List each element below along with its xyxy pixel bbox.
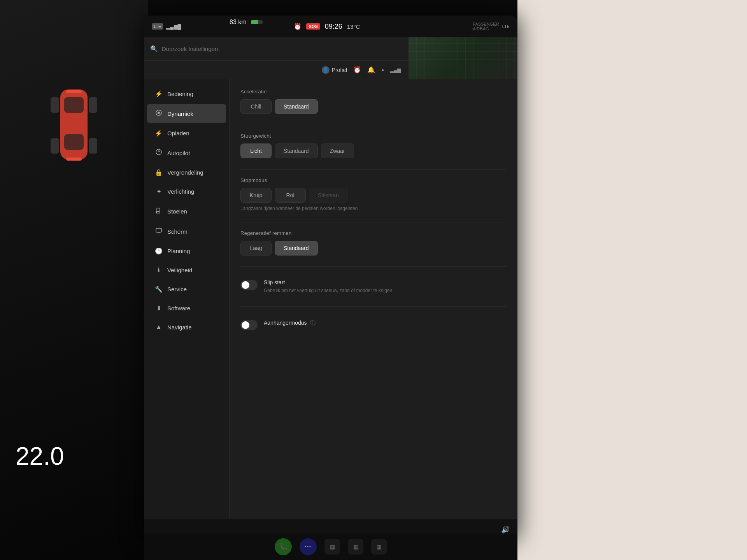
svg-rect-1 [64, 97, 84, 113]
temp-display: 13°C [347, 23, 360, 30]
sidebar-item-opladen[interactable]: ⚡ Opladen [147, 124, 226, 142]
sidebar-item-autopilot[interactable]: Autopilot [147, 143, 226, 163]
svg-rect-13 [157, 212, 160, 213]
sidebar-item-software[interactable]: ⬇ Software [147, 299, 226, 317]
sos-button[interactable]: SOS [306, 23, 320, 30]
stuurgewicht-button-group: Licht Standaard Zwaar [240, 144, 507, 158]
acceleratie-label: Acceleratie [240, 89, 507, 94]
sidebar-label-opladen: Opladen [167, 130, 189, 136]
sidebar-item-planning[interactable]: 🕐 Planning [147, 242, 226, 260]
wifi-icon: ● [381, 67, 384, 73]
sidebar-label-veiligheid: Veiligheid [167, 267, 192, 273]
sidebar-item-veiligheid[interactable]: ℹ Veiligheid [147, 261, 226, 279]
stopmodus-stilstaan-button: Stilstaan [309, 188, 348, 203]
sidebar-item-vergrendeling[interactable]: 🔒 Vergrendeling [147, 163, 226, 182]
stopmodus-button-group: Kruip Rol Stilstaan [240, 188, 507, 203]
acceleratie-button-group: Chill Standaard [240, 99, 507, 114]
planning-icon: 🕐 [155, 247, 163, 255]
search-input[interactable] [162, 46, 402, 52]
svg-rect-6 [89, 138, 97, 154]
regeneratief-button-group: Laag Standaard [240, 241, 507, 256]
divider-5 [240, 306, 507, 307]
stopmodus-hint: Langzaam rijden wanneer de pedalen worde… [240, 206, 507, 211]
taskbar-grid-2[interactable]: ▦ [348, 539, 363, 555]
sidebar-label-autopilot: Autopilot [167, 150, 190, 156]
stuurgewicht-standaard-button[interactable]: Standaard [275, 144, 318, 158]
signal-icon: ▂▄▆ [390, 67, 401, 73]
acceleratie-standaard-button[interactable]: Standaard [275, 99, 318, 114]
regeneratief-standaard-button[interactable]: Standaard [275, 241, 318, 256]
search-icon: 🔍 [150, 45, 158, 52]
profile-label: Profiel [332, 67, 347, 73]
verlichting-icon: ✦ [155, 188, 163, 195]
bell-icon: 🔔 [367, 66, 375, 74]
status-center: ⏰ SOS 09:26 13°C [294, 23, 360, 31]
svg-rect-7 [66, 90, 82, 93]
taskbar-grid-1[interactable]: ▦ [324, 539, 340, 555]
aanhangermodus-info: Aanhangermodus ⓘ [264, 319, 507, 327]
sidebar-item-bediening[interactable]: ⚡ Bediening [147, 85, 226, 103]
toggle-knob-aanhanger [242, 321, 249, 329]
map-area[interactable] [409, 37, 517, 84]
lte-indicator: LTE [152, 23, 163, 30]
divider-2 [240, 169, 507, 170]
svg-rect-2 [64, 134, 84, 150]
stuurgewicht-licht-button[interactable]: Licht [240, 144, 272, 158]
status-left: LTE ▂▄▆█ [152, 23, 181, 30]
main-screen: LTE ▂▄▆█ ⏰ SOS 09:26 13°C PASSENGERAIRBA… [144, 16, 517, 541]
sidebar-label-scherm: Scherm [167, 228, 188, 235]
scherm-icon [155, 227, 163, 236]
map-overlay [409, 37, 517, 84]
sidebar-label-verlichting: Verlichting [167, 188, 194, 195]
opladen-icon: ⚡ [155, 130, 163, 137]
taskbar-grid-3[interactable]: ▦ [371, 539, 387, 555]
profile-button[interactable]: 👤 Profiel [322, 66, 347, 74]
aanhangermodus-title: Aanhangermodus [264, 320, 307, 326]
stuurgewicht-label: Stuurgewicht [240, 133, 507, 139]
sidebar-label-dynamiek: Dynamiek [167, 110, 193, 117]
aanhangermodus-row: Aanhangermodus ⓘ [240, 315, 507, 335]
regeneratief-laag-button[interactable]: Laag [240, 241, 272, 256]
alarm-profile-icon: ⏰ [353, 66, 361, 74]
profile-icon: 👤 [322, 66, 330, 74]
sidebar-item-navigatie[interactable]: ▲ Navigatie [147, 318, 226, 336]
acceleratie-chill-button[interactable]: Chill [240, 99, 272, 114]
sidebar-item-dynamiek[interactable]: Dynamiek [147, 104, 226, 123]
svg-rect-3 [51, 97, 59, 113]
stopmodus-rol-button[interactable]: Rol [275, 188, 306, 203]
taskbar: 📞 ••• ▦ ▦ ▦ [144, 534, 517, 560]
stuurgewicht-zwaar-button[interactable]: Zwaar [321, 144, 354, 158]
sidebar-label-bediening: Bediening [167, 91, 193, 97]
status-right: PASSENGERAIRBAG LTE [473, 22, 510, 31]
regeneratief-label: Regeneratief remmen [240, 230, 507, 236]
sidebar-label-navigatie: Navigatie [167, 324, 192, 331]
slip-start-toggle[interactable] [240, 280, 258, 290]
autopilot-icon [155, 149, 163, 157]
stopmodus-label: Stopmodus [240, 177, 507, 183]
signal-bars: ▂▄▆█ [166, 24, 181, 30]
divider-1 [240, 125, 507, 125]
sidebar-item-service[interactable]: 🔧 Service [147, 280, 226, 298]
sidebar-label-service: Service [167, 286, 187, 292]
lte-signal: LTE [502, 24, 510, 29]
divider-4 [240, 266, 507, 267]
sidebar-item-verlichting[interactable]: ✦ Verlichting [147, 182, 226, 201]
sidebar-item-stoelen[interactable]: Stoelen [147, 201, 226, 221]
svg-point-10 [158, 112, 160, 114]
navigatie-icon: ▲ [155, 324, 163, 331]
sidebar-item-scherm[interactable]: Scherm [147, 222, 226, 241]
settings-panel: Acceleratie Chill Standaard Stuurgewicht… [230, 79, 517, 519]
status-bar: LTE ▂▄▆█ ⏰ SOS 09:26 13°C PASSENGERAIRBA… [144, 16, 517, 37]
stopmodus-kruip-button[interactable]: Kruip [240, 188, 272, 203]
divider-3 [240, 222, 507, 222]
volume-icon[interactable]: 🔊 [501, 525, 510, 534]
svg-rect-15 [156, 228, 161, 232]
service-icon: 🔧 [155, 285, 163, 293]
svg-rect-5 [51, 138, 59, 154]
aanhangermodus-toggle[interactable] [240, 320, 258, 330]
menu-dots-button[interactable]: ••• [300, 538, 317, 555]
aanhangermodus-info-icon: ⓘ [310, 320, 316, 326]
time-display: 09:26 [325, 23, 342, 31]
phone-button[interactable]: 📞 [275, 538, 292, 555]
svg-rect-8 [66, 158, 82, 161]
